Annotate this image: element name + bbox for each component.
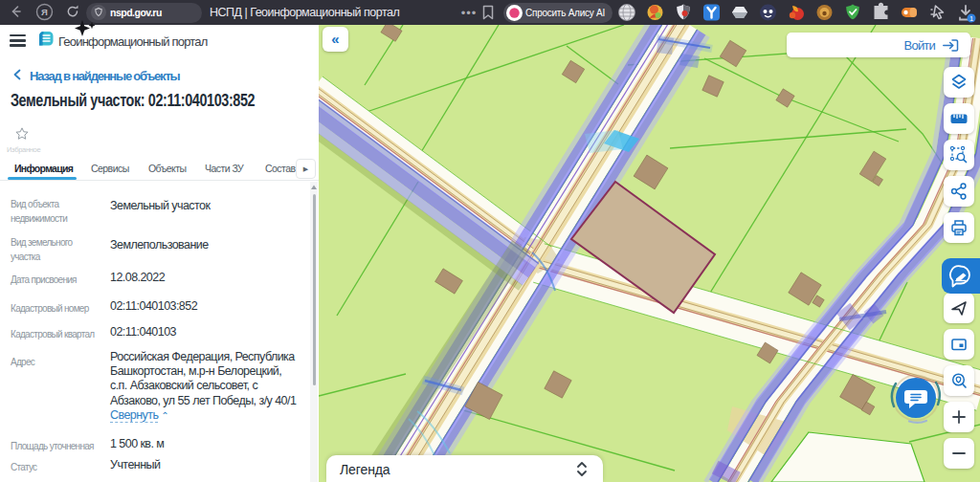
svg-text:1: 1 [969, 14, 973, 23]
